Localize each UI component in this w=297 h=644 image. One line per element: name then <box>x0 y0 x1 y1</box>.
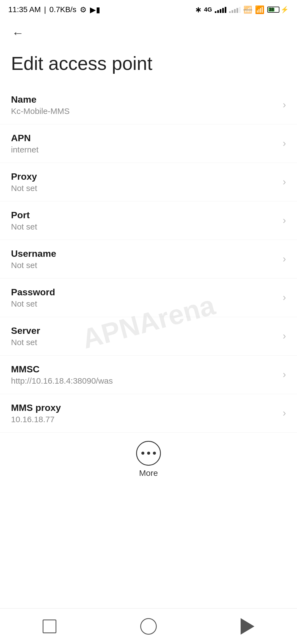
settings-item-label-0: Name <box>11 94 277 105</box>
settings-item-label-4: Username <box>11 248 277 259</box>
settings-item-label-1: APN <box>11 133 277 143</box>
status-bar: 11:35 AM | 0.7KB/s ⚙ ▶▮ ∗ 4G 📶 📶 38 <box>0 0 297 19</box>
settings-item-label-8: MMS proxy <box>11 402 277 413</box>
dot-2 <box>147 452 150 455</box>
settings-item-label-6: Server <box>11 325 277 336</box>
settings-item-value-1: internet <box>11 145 277 154</box>
home-button[interactable] <box>136 614 161 639</box>
back-nav-button[interactable] <box>235 614 260 639</box>
data-speed-label: 0.7KB/s <box>50 5 76 14</box>
settings-item-label-3: Port <box>11 210 277 220</box>
more-button[interactable]: More <box>136 441 161 478</box>
settings-item-username[interactable]: UsernameNot set› <box>0 240 297 279</box>
back-button[interactable]: ← <box>8 23 28 43</box>
settings-item-content-8: MMS proxy10.16.18.77 <box>11 402 277 424</box>
chevron-icon-4: › <box>283 253 286 265</box>
settings-item-mms-proxy[interactable]: MMS proxy10.16.18.77› <box>0 394 297 433</box>
signal-bars-2 <box>229 6 241 13</box>
more-circle <box>136 441 161 466</box>
chevron-icon-1: › <box>283 138 286 149</box>
settings-item-content-1: APNinternet <box>11 133 277 154</box>
settings-item-value-8: 10.16.18.77 <box>11 415 277 424</box>
battery-percent: 38 <box>269 7 274 12</box>
settings-item-apn[interactable]: APNinternet› <box>0 124 297 163</box>
settings-item-label-5: Password <box>11 287 277 298</box>
settings-list: NameKc-Mobile-MMS›APNinternet›ProxyNot s… <box>0 86 297 433</box>
settings-item-value-2: Not set <box>11 184 277 193</box>
back-arrow-icon: ← <box>12 26 24 40</box>
settings-item-content-0: NameKc-Mobile-MMS <box>11 94 277 116</box>
battery-box: 38 <box>267 7 279 13</box>
chevron-icon-0: › <box>283 99 286 111</box>
bolt-icon: ⚡ <box>280 6 289 13</box>
time-label: 11:35 AM <box>8 5 41 14</box>
chevron-icon-5: › <box>283 292 286 303</box>
dot-1 <box>141 452 144 455</box>
chevron-icon-6: › <box>283 330 286 342</box>
separator: | <box>44 5 46 14</box>
status-left: 11:35 AM | 0.7KB/s ⚙ ▶▮ <box>8 5 100 14</box>
more-section: More <box>0 433 297 486</box>
bluetooth-icon: ∗ <box>195 5 201 14</box>
chevron-icon-7: › <box>283 369 286 380</box>
settings-item-value-4: Not set <box>11 261 277 270</box>
status-right: ∗ 4G 📶 📶 38 ⚡ <box>195 5 289 14</box>
settings-item-proxy[interactable]: ProxyNot set› <box>0 163 297 201</box>
settings-item-content-6: ServerNot set <box>11 325 277 347</box>
settings-item-port[interactable]: PortNot set› <box>0 201 297 240</box>
signal-bars-1 <box>215 6 226 13</box>
settings-item-content-3: PortNot set <box>11 210 277 231</box>
settings-item-name[interactable]: NameKc-Mobile-MMS› <box>0 86 297 124</box>
settings-icon: ⚙ <box>80 5 87 14</box>
settings-item-password[interactable]: PasswordNot set› <box>0 279 297 317</box>
more-dots <box>141 452 156 455</box>
back-nav-icon <box>241 618 254 635</box>
top-nav: ← <box>0 19 297 47</box>
settings-item-content-2: ProxyNot set <box>11 171 277 193</box>
video-icon: ▶▮ <box>90 5 100 14</box>
settings-item-content-4: UsernameNot set <box>11 248 277 270</box>
chevron-icon-8: › <box>283 407 286 419</box>
recents-button[interactable] <box>37 614 62 639</box>
settings-item-mmsc[interactable]: MMSChttp://10.16.18.4:38090/was› <box>0 356 297 394</box>
settings-item-content-7: MMSChttp://10.16.18.4:38090/was <box>11 364 277 386</box>
settings-item-content-5: PasswordNot set <box>11 287 277 309</box>
chevron-icon-3: › <box>283 215 286 226</box>
settings-item-value-6: Not set <box>11 338 277 347</box>
settings-item-value-0: Kc-Mobile-MMS <box>11 107 277 116</box>
page-title-section: Edit access point <box>0 47 297 86</box>
4g-label: 4G <box>204 6 212 13</box>
settings-item-value-5: Not set <box>11 299 277 309</box>
bottom-nav <box>0 608 297 644</box>
chevron-icon-2: › <box>283 176 286 188</box>
wifi-icon: 📶 <box>255 5 265 14</box>
settings-item-server[interactable]: ServerNot set› <box>0 317 297 356</box>
battery-container: 38 ⚡ <box>267 6 289 13</box>
dot-3 <box>153 452 156 455</box>
settings-item-value-7: http://10.16.18.4:38090/was <box>11 376 277 386</box>
settings-item-value-3: Not set <box>11 222 277 231</box>
more-label: More <box>139 468 158 478</box>
recents-icon <box>43 620 56 633</box>
settings-item-label-2: Proxy <box>11 171 277 182</box>
settings-item-label-7: MMSC <box>11 364 277 375</box>
home-icon <box>140 618 157 635</box>
page-title: Edit access point <box>11 52 286 75</box>
no-signal-icon: 📶 <box>243 6 252 14</box>
